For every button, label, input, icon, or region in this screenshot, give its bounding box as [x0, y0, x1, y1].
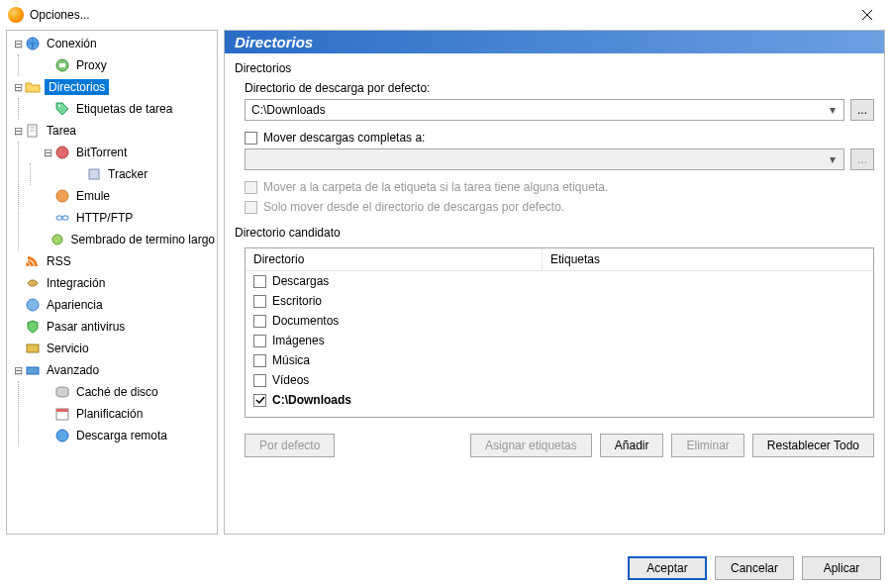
tree-item-emule[interactable]: Emule — [19, 185, 217, 207]
svg-point-11 — [56, 190, 68, 202]
tree-item-servicio[interactable]: Servicio — [7, 338, 217, 359]
panel-title: Directorios — [225, 31, 884, 53]
move-completed-combo: ▾ — [245, 148, 844, 170]
link-icon — [54, 210, 70, 226]
window-title: Opciones... — [30, 8, 847, 22]
svg-rect-10 — [89, 169, 99, 179]
candidate-checkbox[interactable] — [253, 354, 266, 367]
candidate-checkbox[interactable] — [253, 335, 266, 347]
bittorrent-icon — [54, 145, 70, 160]
integration-icon — [25, 275, 41, 291]
only-move-label: Solo mover desde el directorio de descar… — [263, 200, 564, 214]
chevron-down-icon: ▾ — [826, 103, 840, 117]
tree-item-tracker[interactable]: Tracker — [31, 163, 217, 185]
group-candidate: Directorio candidato — [235, 226, 874, 240]
move-completed-label: Mover descargas completas a: — [263, 131, 425, 145]
rss-icon — [25, 253, 41, 269]
tree-item-cache[interactable]: Caché de disco — [19, 381, 217, 403]
candidate-label: Imágenes — [272, 334, 325, 347]
tree-item-apariencia[interactable]: Apariencia — [7, 294, 217, 316]
tree-item-directorios[interactable]: ⊟Directorios — [7, 76, 217, 98]
candidate-item[interactable]: Escritorio — [246, 291, 873, 311]
apply-button[interactable]: Aplicar — [802, 556, 881, 580]
document-icon — [25, 123, 41, 139]
remote-icon — [54, 428, 70, 443]
move-to-tag-checkbox — [245, 181, 257, 194]
col-directorio[interactable]: Directorio — [246, 248, 543, 270]
candidate-item[interactable]: Vídeos — [246, 370, 873, 390]
tree-item-antivirus[interactable]: Pasar antivirus — [7, 316, 217, 338]
candidate-checkbox[interactable] — [253, 394, 266, 407]
default-dir-combo[interactable]: C:\Downloads ▾ — [245, 99, 844, 121]
ok-button[interactable]: Aceptar — [628, 556, 707, 580]
candidate-list[interactable]: DescargasEscritorioDocumentosImágenesMús… — [246, 271, 873, 417]
tree-item-etiquetas[interactable]: Etiquetas de tarea — [19, 98, 217, 120]
tag-icon — [54, 101, 70, 117]
add-button[interactable]: Añadir — [600, 434, 664, 457]
candidate-label: Documentos — [272, 314, 339, 328]
tree-item-avanzado[interactable]: ⊟Avanzado — [7, 359, 217, 381]
svg-point-9 — [56, 147, 68, 158]
candidate-label: Descargas — [272, 274, 329, 288]
move-completed-checkbox[interactable] — [245, 132, 257, 145]
tree-item-bittorrent[interactable]: ⊟BitTorrent — [19, 142, 217, 163]
svg-point-14 — [52, 235, 62, 245]
col-etiquetas[interactable]: Etiquetas — [543, 248, 873, 270]
candidate-item[interactable]: Imágenes — [246, 331, 873, 350]
candidate-label: Música — [272, 353, 310, 367]
tree-item-httpftp[interactable]: HTTP/FTP — [19, 207, 217, 229]
candidate-list-box: Directorio Etiquetas DescargasEscritorio… — [245, 247, 874, 418]
folder-open-icon — [25, 79, 41, 95]
dialog-footer: Aceptar Cancelar Aplicar — [628, 556, 881, 580]
cancel-button[interactable]: Cancelar — [715, 556, 794, 580]
candidate-label: Vídeos — [272, 373, 309, 387]
browse-move-button: ... — [850, 148, 874, 170]
tree-item-conexion[interactable]: ⊟Conexión — [7, 33, 217, 54]
schedule-icon — [54, 406, 70, 422]
delete-button: Eliminar — [671, 434, 743, 457]
tree-item-remota[interactable]: Descarga remota — [19, 425, 217, 446]
assign-tags-button: Asignar etiquetas — [470, 434, 592, 457]
only-move-checkbox — [245, 201, 257, 214]
svg-rect-13 — [62, 216, 68, 220]
candidate-label: C:\Downloads — [272, 393, 351, 407]
tracker-icon — [86, 166, 102, 182]
titlebar: Opciones... — [0, 0, 891, 30]
globe-icon — [25, 36, 41, 51]
proxy-icon — [54, 57, 70, 73]
candidate-checkbox[interactable] — [253, 374, 266, 387]
disk-icon — [54, 384, 70, 400]
candidate-item[interactable]: Descargas — [246, 271, 873, 291]
seed-icon — [50, 232, 65, 247]
svg-point-5 — [58, 105, 60, 107]
browse-default-button[interactable]: ... — [850, 99, 874, 121]
candidate-item[interactable]: Documentos — [246, 311, 873, 331]
service-icon — [25, 341, 41, 356]
svg-rect-17 — [27, 344, 39, 352]
default-button: Por defecto — [245, 434, 335, 457]
candidate-checkbox[interactable] — [253, 295, 266, 308]
candidate-item[interactable]: C:\Downloads — [246, 390, 873, 410]
tree-item-proxy[interactable]: Proxy — [19, 54, 217, 76]
candidate-item[interactable]: Música — [246, 350, 873, 370]
tree-item-planificacion[interactable]: Planificación — [19, 403, 217, 425]
nav-tree[interactable]: ⊟Conexión Proxy ⊟Directorios Etiquetas d… — [6, 30, 218, 535]
tree-item-rss[interactable]: RSS — [7, 250, 217, 272]
svg-rect-12 — [56, 216, 62, 220]
label-default-dir: Directorio de descarga por defecto: — [245, 81, 874, 95]
group-directorios: Directorios — [235, 61, 874, 75]
move-to-tag-label: Mover a la carpeta de la etiqueta si la … — [263, 180, 608, 194]
svg-rect-18 — [27, 367, 39, 374]
antivirus-icon — [25, 319, 41, 335]
advanced-icon — [25, 362, 41, 378]
svg-rect-21 — [56, 409, 68, 412]
reset-all-button[interactable]: Restablecer Todo — [752, 434, 874, 457]
candidate-checkbox[interactable] — [253, 275, 266, 288]
close-button[interactable] — [847, 0, 887, 30]
candidate-checkbox[interactable] — [253, 315, 266, 328]
tree-item-integracion[interactable]: Integración — [7, 272, 217, 294]
tree-item-tarea[interactable]: ⊟Tarea — [7, 120, 217, 142]
close-icon — [862, 10, 872, 20]
tree-item-sembrado[interactable]: Sembrado de termino largo — [19, 229, 217, 250]
candidate-label: Escritorio — [272, 294, 322, 308]
